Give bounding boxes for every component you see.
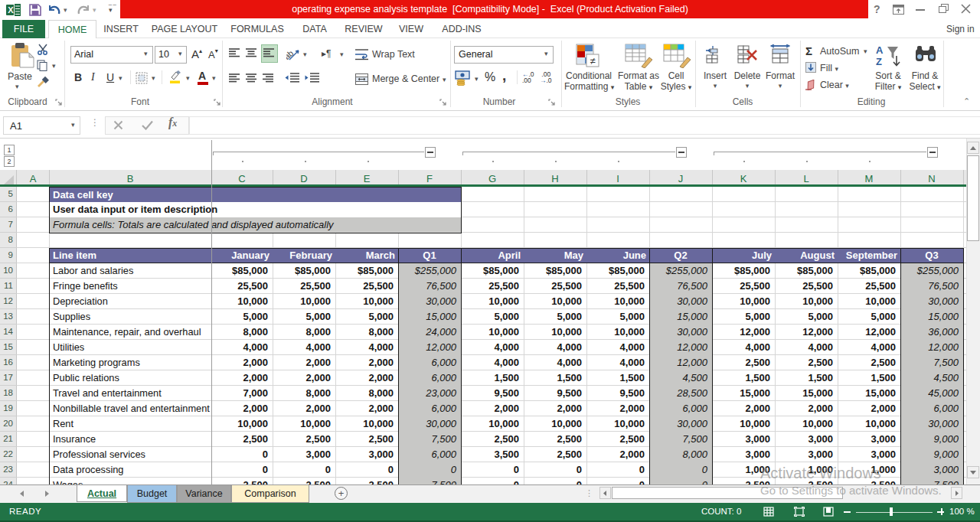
svg-text:Z: Z: [876, 56, 882, 67]
svg-text:X: X: [8, 5, 14, 15]
svg-text:≠: ≠: [590, 55, 595, 67]
svg-text:A: A: [876, 44, 884, 56]
